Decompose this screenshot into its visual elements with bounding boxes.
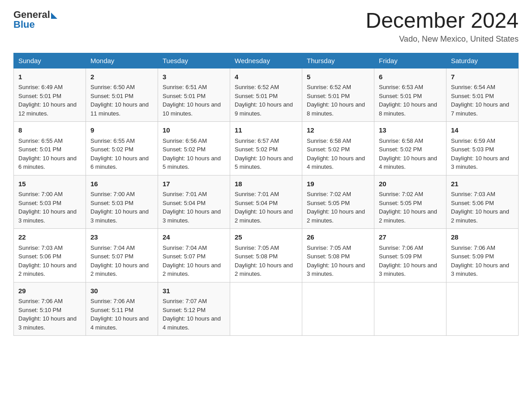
day-info: Sunrise: 6:57 AMSunset: 5:02 PMDaylight:…: [235, 137, 297, 171]
day-number: 31: [163, 286, 225, 296]
day-info: Sunrise: 7:05 AMSunset: 5:08 PMDaylight:…: [307, 244, 369, 278]
day-info: Sunrise: 7:03 AMSunset: 5:06 PMDaylight:…: [451, 190, 514, 225]
logo-blue-text: Blue: [13, 19, 35, 30]
calendar-week-3: 15Sunrise: 7:00 AMSunset: 5:03 PMDayligh…: [14, 175, 519, 229]
calendar-cell: 29Sunrise: 7:06 AMSunset: 5:10 PMDayligh…: [14, 282, 86, 336]
header-day-thursday: Thursday: [302, 53, 374, 68]
day-info: Sunrise: 6:50 AMSunset: 5:01 PMDaylight:…: [90, 83, 153, 118]
day-info: Sunrise: 7:01 AMSunset: 5:04 PMDaylight:…: [163, 190, 225, 225]
day-number: 23: [90, 232, 153, 243]
calendar-cell: 15Sunrise: 7:00 AMSunset: 5:03 PMDayligh…: [14, 175, 86, 229]
day-info: Sunrise: 6:49 AMSunset: 5:01 PMDaylight:…: [18, 83, 81, 118]
calendar-cell: [302, 282, 374, 336]
calendar-cell: 24Sunrise: 7:04 AMSunset: 5:07 PMDayligh…: [158, 229, 230, 283]
header-day-saturday: Saturday: [446, 53, 519, 68]
calendar-week-1: 1Sunrise: 6:49 AMSunset: 5:01 PMDaylight…: [14, 68, 519, 122]
day-info: Sunrise: 6:52 AMSunset: 5:01 PMDaylight:…: [235, 83, 297, 118]
logo: General Blue: [13, 9, 57, 30]
day-info: Sunrise: 7:01 AMSunset: 5:04 PMDaylight:…: [235, 190, 297, 225]
day-number: 22: [18, 232, 81, 243]
calendar-cell: 11Sunrise: 6:57 AMSunset: 5:02 PMDayligh…: [230, 122, 302, 176]
day-number: 18: [235, 179, 297, 189]
day-number: 16: [90, 179, 153, 189]
day-info: Sunrise: 7:03 AMSunset: 5:06 PMDaylight:…: [18, 244, 81, 278]
day-number: 14: [451, 125, 514, 136]
title-block: December 2024 Vado, New Mexico, United S…: [365, 9, 519, 44]
location-subtitle: Vado, New Mexico, United States: [365, 34, 519, 44]
calendar-week-2: 8Sunrise: 6:55 AMSunset: 5:01 PMDaylight…: [14, 122, 519, 176]
calendar-cell: 10Sunrise: 6:56 AMSunset: 5:02 PMDayligh…: [158, 122, 230, 176]
day-info: Sunrise: 7:00 AMSunset: 5:03 PMDaylight:…: [90, 190, 153, 225]
header-day-monday: Monday: [86, 53, 158, 68]
calendar-cell: 28Sunrise: 7:06 AMSunset: 5:09 PMDayligh…: [446, 229, 519, 283]
calendar-week-4: 22Sunrise: 7:03 AMSunset: 5:06 PMDayligh…: [14, 229, 519, 283]
day-info: Sunrise: 6:58 AMSunset: 5:02 PMDaylight:…: [379, 137, 442, 171]
day-number: 19: [307, 179, 369, 189]
day-number: 17: [163, 179, 225, 189]
calendar-cell: 9Sunrise: 6:55 AMSunset: 5:02 PMDaylight…: [86, 122, 158, 176]
day-info: Sunrise: 6:51 AMSunset: 5:01 PMDaylight:…: [163, 83, 225, 118]
calendar-cell: 26Sunrise: 7:05 AMSunset: 5:08 PMDayligh…: [302, 229, 374, 283]
calendar-cell: 6Sunrise: 6:53 AMSunset: 5:01 PMDaylight…: [374, 68, 446, 122]
day-info: Sunrise: 6:59 AMSunset: 5:03 PMDaylight:…: [451, 137, 514, 171]
calendar-cell: [446, 282, 519, 336]
calendar-cell: 14Sunrise: 6:59 AMSunset: 5:03 PMDayligh…: [446, 122, 519, 176]
day-info: Sunrise: 6:52 AMSunset: 5:01 PMDaylight:…: [307, 83, 369, 118]
day-info: Sunrise: 7:06 AMSunset: 5:10 PMDaylight:…: [18, 297, 81, 332]
calendar-cell: 23Sunrise: 7:04 AMSunset: 5:07 PMDayligh…: [86, 229, 158, 283]
day-number: 26: [307, 232, 369, 243]
day-number: 25: [235, 232, 297, 243]
month-title: December 2024: [365, 9, 519, 33]
calendar-cell: 5Sunrise: 6:52 AMSunset: 5:01 PMDaylight…: [302, 68, 374, 122]
calendar-cell: 21Sunrise: 7:03 AMSunset: 5:06 PMDayligh…: [446, 175, 519, 229]
day-number: 28: [451, 232, 514, 243]
day-info: Sunrise: 7:07 AMSunset: 5:12 PMDaylight:…: [163, 297, 225, 332]
calendar-cell: 2Sunrise: 6:50 AMSunset: 5:01 PMDaylight…: [86, 68, 158, 122]
header-day-sunday: Sunday: [14, 53, 86, 68]
day-info: Sunrise: 6:58 AMSunset: 5:02 PMDaylight:…: [307, 137, 369, 171]
day-number: 6: [379, 72, 442, 82]
calendar-cell: 12Sunrise: 6:58 AMSunset: 5:02 PMDayligh…: [302, 122, 374, 176]
day-number: 29: [18, 286, 81, 296]
calendar-cell: 1Sunrise: 6:49 AMSunset: 5:01 PMDaylight…: [14, 68, 86, 122]
day-info: Sunrise: 7:04 AMSunset: 5:07 PMDaylight:…: [90, 244, 153, 278]
day-number: 2: [90, 72, 153, 82]
header-day-friday: Friday: [374, 53, 446, 68]
day-info: Sunrise: 6:53 AMSunset: 5:01 PMDaylight:…: [379, 83, 442, 118]
day-number: 20: [379, 179, 442, 189]
calendar-cell: 19Sunrise: 7:02 AMSunset: 5:05 PMDayligh…: [302, 175, 374, 229]
day-number: 24: [163, 232, 225, 243]
calendar-cell: 20Sunrise: 7:02 AMSunset: 5:05 PMDayligh…: [374, 175, 446, 229]
day-number: 1: [18, 72, 81, 82]
calendar-cell: 4Sunrise: 6:52 AMSunset: 5:01 PMDaylight…: [230, 68, 302, 122]
calendar-cell: 30Sunrise: 7:06 AMSunset: 5:11 PMDayligh…: [86, 282, 158, 336]
day-info: Sunrise: 7:04 AMSunset: 5:07 PMDaylight:…: [163, 244, 225, 278]
day-number: 13: [379, 125, 442, 136]
day-number: 15: [18, 179, 81, 189]
day-number: 9: [90, 125, 153, 136]
calendar-cell: 3Sunrise: 6:51 AMSunset: 5:01 PMDaylight…: [158, 68, 230, 122]
header-day-tuesday: Tuesday: [158, 53, 230, 68]
day-info: Sunrise: 6:55 AMSunset: 5:02 PMDaylight:…: [90, 137, 153, 171]
logo-triangle-icon: [51, 13, 57, 19]
day-info: Sunrise: 7:06 AMSunset: 5:09 PMDaylight:…: [451, 244, 514, 278]
day-info: Sunrise: 7:06 AMSunset: 5:09 PMDaylight:…: [379, 244, 442, 278]
day-number: 21: [451, 179, 514, 189]
calendar-cell: 16Sunrise: 7:00 AMSunset: 5:03 PMDayligh…: [86, 175, 158, 229]
day-number: 4: [235, 72, 297, 82]
day-info: Sunrise: 7:00 AMSunset: 5:03 PMDaylight:…: [18, 190, 81, 225]
calendar-cell: [374, 282, 446, 336]
calendar-cell: 31Sunrise: 7:07 AMSunset: 5:12 PMDayligh…: [158, 282, 230, 336]
calendar-cell: 7Sunrise: 6:54 AMSunset: 5:01 PMDaylight…: [446, 68, 519, 122]
day-info: Sunrise: 7:02 AMSunset: 5:05 PMDaylight:…: [307, 190, 369, 225]
calendar-cell: 17Sunrise: 7:01 AMSunset: 5:04 PMDayligh…: [158, 175, 230, 229]
day-info: Sunrise: 7:02 AMSunset: 5:05 PMDaylight:…: [379, 190, 442, 225]
day-number: 12: [307, 125, 369, 136]
day-number: 5: [307, 72, 369, 82]
calendar-cell: 18Sunrise: 7:01 AMSunset: 5:04 PMDayligh…: [230, 175, 302, 229]
day-number: 27: [379, 232, 442, 243]
day-info: Sunrise: 6:54 AMSunset: 5:01 PMDaylight:…: [451, 83, 514, 118]
day-info: Sunrise: 6:55 AMSunset: 5:01 PMDaylight:…: [18, 137, 81, 171]
calendar-cell: [230, 282, 302, 336]
calendar-cell: 13Sunrise: 6:58 AMSunset: 5:02 PMDayligh…: [374, 122, 446, 176]
